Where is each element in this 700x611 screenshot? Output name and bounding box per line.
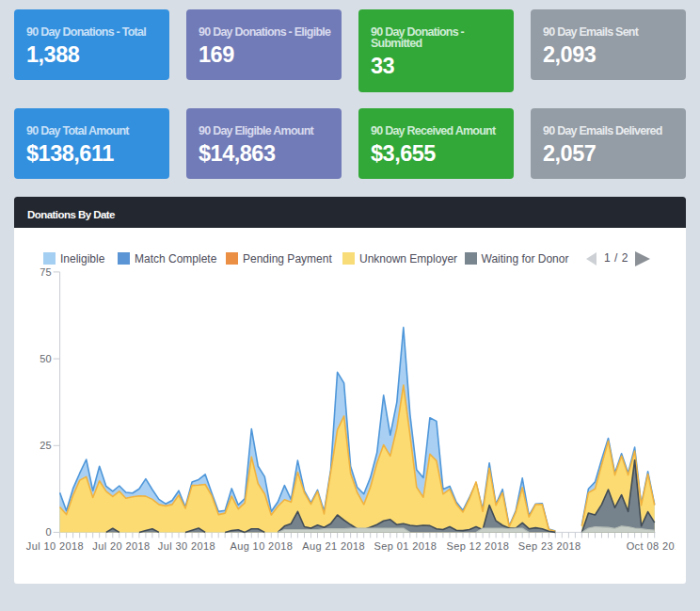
svg-text:Jul 30 2018: Jul 30 2018 — [158, 540, 215, 552]
svg-text:Jul 20 2018: Jul 20 2018 — [92, 540, 150, 552]
svg-text:50: 50 — [40, 353, 51, 364]
svg-text:Sep 23 2018: Sep 23 2018 — [518, 540, 581, 552]
svg-text:Oct 08 2018: Oct 08 2018 — [627, 540, 686, 552]
svg-text:Sep 12 2018: Sep 12 2018 — [446, 540, 509, 552]
svg-text:75: 75 — [40, 266, 51, 278]
svg-text:Sep 01 2018: Sep 01 2018 — [374, 540, 438, 552]
svg-text:Aug 10 2018: Aug 10 2018 — [230, 540, 293, 552]
svg-text:Aug 21 2018: Aug 21 2018 — [302, 540, 365, 552]
svg-text:25: 25 — [40, 440, 51, 451]
svg-text:0: 0 — [45, 526, 51, 538]
svg-text:Jul 10 2018: Jul 10 2018 — [26, 540, 84, 552]
